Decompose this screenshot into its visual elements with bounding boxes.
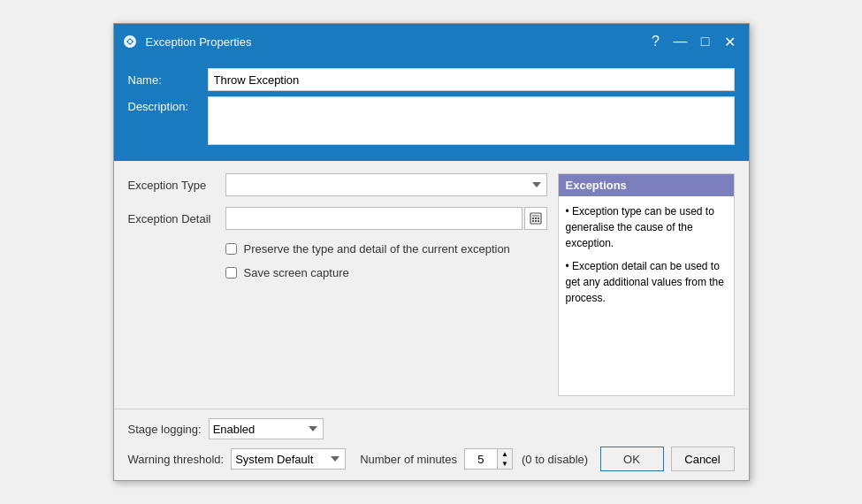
calc-button[interactable] — [524, 207, 547, 230]
svg-point-1 — [128, 40, 132, 43]
name-row: Name: — [128, 68, 735, 91]
warning-threshold-label: Warning threshold: — [128, 453, 225, 466]
spinner-up-button[interactable]: ▲ — [498, 449, 512, 459]
preserve-checkbox-label[interactable]: Preserve the type and detail of the curr… — [244, 242, 510, 256]
svg-rect-6 — [538, 218, 539, 219]
help-button[interactable]: ? — [645, 30, 667, 53]
window-title: Exception Properties — [146, 35, 645, 49]
description-input[interactable] — [208, 96, 735, 145]
name-input[interactable] — [208, 68, 735, 91]
help-panel-content: • Exception type can be used to generali… — [559, 196, 734, 320]
svg-rect-8 — [535, 220, 537, 222]
bottom-section: Stage logging: Enabled Disabled Warning … — [114, 409, 749, 480]
disable-hint: (0 to disable) — [522, 453, 588, 466]
svg-rect-5 — [535, 218, 537, 219]
exception-detail-label: Exception Detail — [128, 212, 225, 225]
svg-rect-4 — [532, 218, 534, 219]
exception-detail-input[interactable] — [225, 207, 523, 230]
stage-logging-label: Stage logging: — [128, 423, 202, 436]
screen-capture-checkbox-row: Save screen capture — [128, 266, 547, 279]
help-panel-header: Exceptions — [559, 174, 734, 196]
header-section: Name: Description: — [114, 59, 749, 161]
spinner-buttons: ▲ ▼ — [497, 449, 512, 469]
minutes-spinner: ▲ ▼ — [464, 448, 513, 470]
warning-threshold-row: Warning threshold: System Default None C… — [128, 447, 735, 471]
close-button[interactable]: ✕ — [719, 30, 742, 53]
stage-logging-row: Stage logging: Enabled Disabled — [128, 418, 735, 439]
exception-type-label: Exception Type — [128, 179, 225, 192]
app-icon — [121, 33, 139, 50]
content-area: Exception Type Exception Detail — [114, 161, 749, 409]
ok-cancel-area: OK Cancel — [600, 447, 735, 471]
help-bullet-1: • Exception type can be used to generali… — [566, 203, 727, 251]
stage-logging-select[interactable]: Enabled Disabled — [209, 418, 324, 439]
number-of-minutes-label: Number of minutes — [360, 453, 457, 466]
cancel-button[interactable]: Cancel — [671, 447, 735, 471]
preserve-checkbox-row: Preserve the type and detail of the curr… — [128, 242, 547, 256]
exception-type-select[interactable] — [225, 173, 547, 196]
preserve-checkbox[interactable] — [225, 243, 237, 255]
maximize-button[interactable]: □ — [694, 30, 717, 53]
warning-threshold-select[interactable]: System Default None Custom — [231, 448, 346, 470]
help-panel: Exceptions • Exception type can be used … — [558, 173, 735, 396]
svg-rect-7 — [532, 220, 534, 222]
description-label: Description: — [128, 96, 208, 113]
minimize-button[interactable]: — — [669, 30, 692, 53]
minutes-input[interactable] — [465, 449, 497, 469]
help-bullet-2: • Exception detail can be used to get an… — [566, 258, 727, 306]
main-window: Exception Properties ? — □ ✕ Name: Descr… — [113, 23, 750, 481]
left-panel: Exception Type Exception Detail — [128, 173, 547, 396]
title-bar: Exception Properties ? — □ ✕ — [114, 24, 749, 59]
ok-button[interactable]: OK — [600, 447, 664, 471]
name-label: Name: — [128, 73, 208, 87]
exception-detail-row: Exception Detail — [128, 207, 547, 230]
window-controls: ? — □ ✕ — [645, 30, 742, 53]
svg-rect-9 — [538, 220, 539, 222]
exception-type-row: Exception Type — [128, 173, 547, 196]
screen-capture-checkbox-label[interactable]: Save screen capture — [244, 266, 349, 279]
description-row: Description: — [128, 96, 735, 145]
spinner-down-button[interactable]: ▼ — [498, 459, 512, 469]
screen-capture-checkbox[interactable] — [225, 267, 237, 279]
